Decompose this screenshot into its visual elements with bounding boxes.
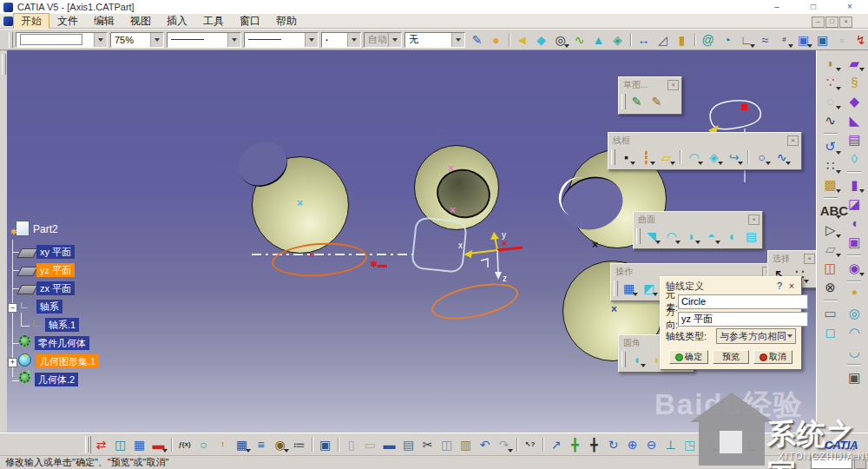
menu-view[interactable]: 视图 — [122, 13, 159, 30]
fit-all-in-icon[interactable]: ╋ — [566, 436, 584, 453]
part-body-icon[interactable] — [19, 335, 30, 347]
toolbar-grip[interactable] — [621, 352, 626, 367]
insert-object-icon[interactable]: ◄ — [513, 31, 531, 49]
fill-surface-icon[interactable]: ▤ — [742, 228, 760, 245]
close-icon[interactable]: ◡ — [844, 342, 865, 360]
axis-type-select[interactable]: 与参考方向相同 — [716, 328, 796, 344]
dialog-title-bar[interactable]: 轴线定义 ? × — [661, 277, 801, 293]
revolve-surface-icon[interactable]: ◠ — [662, 228, 681, 245]
rib-icon[interactable]: ▣ — [844, 233, 865, 251]
exchange-cube-icon[interactable]: ▣ — [794, 31, 812, 49]
grid-icon[interactable]: # — [775, 31, 793, 49]
lock-icon[interactable]: ◉ — [271, 436, 289, 453]
hide-show-icon[interactable]: ◔ — [718, 31, 736, 49]
manipulate-icon[interactable]: ◗ — [820, 54, 841, 72]
measure-item-icon[interactable]: ◿ — [654, 31, 672, 49]
line-type-combo[interactable] — [167, 32, 241, 48]
center-point-marker[interactable]: × — [297, 198, 303, 208]
line-weight-combo[interactable] — [244, 32, 319, 48]
equivalent-dimensions-icon[interactable]: ≔ — [290, 436, 308, 453]
close-icon[interactable]: × — [748, 215, 760, 225]
close-button[interactable]: × — [838, 1, 861, 12]
quick-view-icon[interactable]: ▭ — [820, 304, 841, 322]
point-icon[interactable]: ▪ — [617, 149, 635, 166]
menu-file[interactable]: 文件 — [49, 13, 86, 30]
section-view-icon[interactable]: ◫ — [820, 259, 841, 277]
plane-icon[interactable]: ▱ — [657, 149, 675, 166]
toolbar-grip[interactable] — [9, 32, 13, 48]
dialog-help-button[interactable]: ? — [773, 281, 786, 291]
select-frame-icon[interactable]: ▫ — [832, 31, 851, 49]
plane-icon[interactable] — [16, 248, 38, 258]
direction-field[interactable] — [678, 312, 808, 327]
split-icon[interactable]: ◩ — [640, 280, 658, 297]
toolbar-grip[interactable] — [636, 228, 641, 244]
sweep-volume-icon[interactable]: ▰ — [844, 54, 865, 72]
copy-graphic-properties-icon[interactable]: ✎ — [468, 31, 486, 49]
iso-box-icon[interactable]: ◻ — [820, 323, 841, 341]
offset-surface-icon[interactable]: ◓ — [702, 228, 720, 245]
opacity-combo[interactable]: 75% — [110, 32, 164, 48]
toolbar-grip[interactable] — [611, 149, 615, 165]
join-surfaces-icon[interactable]: ◎ — [844, 304, 865, 322]
join-icon[interactable]: ▦ — [620, 280, 638, 297]
scan-browse-icon[interactable]: ◫ — [111, 436, 129, 453]
status-power-input[interactable] — [811, 457, 852, 469]
sew-surface-icon[interactable]: ▤ — [844, 130, 865, 149]
new-file-icon[interactable]: ▯ — [342, 436, 360, 453]
frame-circle-icon[interactable]: ◎ — [551, 31, 569, 49]
pink-point-marker[interactable]: × — [450, 205, 456, 215]
ok-button[interactable]: 确定 — [669, 350, 708, 364]
shading-icon[interactable]: ◧ — [719, 436, 737, 453]
axis-system-icon[interactable]: ∟ — [31, 317, 42, 329]
menu-window[interactable]: 窗口 — [232, 13, 268, 30]
text-annotation-icon[interactable]: ABC — [820, 201, 841, 220]
black-point-marker[interactable]: × — [592, 240, 598, 250]
part-icon[interactable] — [16, 221, 30, 236]
restore-button[interactable]: □ — [802, 1, 825, 12]
cube-icon[interactable]: ▣ — [813, 31, 832, 49]
wireframe-view-icon[interactable]: ◨ — [738, 436, 756, 453]
plane-icon[interactable] — [16, 267, 38, 276]
menu-insert[interactable]: 插入 — [159, 13, 195, 30]
plane-icon[interactable] — [16, 285, 38, 294]
zoom-in-icon[interactable]: ⊕ — [623, 436, 641, 453]
shape-fillet-icon[interactable]: ◖ — [628, 351, 646, 368]
historical-graph-icon[interactable]: ≈ — [756, 31, 774, 49]
burst-icon[interactable]: ⊗ — [820, 278, 841, 296]
tree-item-part-body[interactable]: 零件几何体 — [35, 336, 89, 350]
tree-item-body-2[interactable]: 几何体.2 — [35, 373, 78, 386]
comment-icon[interactable]: ○ — [194, 436, 213, 453]
corner-icon[interactable]: ↪ — [725, 149, 743, 166]
unfold-icon[interactable]: ◆ — [532, 31, 550, 49]
powercopy-icon[interactable]: ▩ — [820, 175, 841, 194]
axis-definition-dialog[interactable]: 轴线定义 ? × 元素: 方向: 轴线类型: 与参考方向相同 确定 预览 取消 — [660, 276, 802, 370]
swap-space-icon[interactable]: @ — [699, 31, 717, 49]
close-icon[interactable]: × — [804, 254, 815, 264]
surfaces-toolbar[interactable]: 曲面× ◥◠◗◓◖▤ — [633, 211, 763, 249]
help-icon[interactable]: ? — [700, 436, 718, 453]
mass-properties-icon[interactable]: ▮ — [673, 31, 691, 49]
healing-icon[interactable]: ◠ — [844, 323, 865, 341]
parents-children-icon[interactable]: ▦ — [130, 436, 148, 453]
menu-tools[interactable]: 工具 — [195, 13, 232, 30]
camera-icon[interactable]: ▣ — [844, 368, 865, 386]
flash-update-icon[interactable]: ↯ — [852, 31, 868, 49]
iso-view-icon[interactable]: ◳ — [681, 436, 699, 453]
menu-edit[interactable]: 编辑 — [86, 13, 122, 30]
intersection-icon[interactable]: ◈ — [705, 149, 723, 166]
print-icon[interactable]: ▤ — [399, 436, 418, 453]
axis-system-icon[interactable]: ∟ — [19, 299, 30, 311]
axis-triad[interactable]: × x y z — [457, 231, 528, 287]
dress-up-icon[interactable]: ◉ — [844, 259, 865, 277]
normal-view-icon[interactable]: ⊥ — [661, 436, 680, 453]
pad-icon[interactable]: ▮ — [844, 175, 865, 194]
mdi-close-button[interactable]: × — [839, 17, 852, 28]
pocket-icon[interactable]: ◪ — [844, 195, 865, 213]
cancel-button[interactable]: 取消 — [753, 350, 792, 364]
fill-color-combo[interactable] — [16, 32, 108, 48]
helix-icon[interactable]: § — [844, 73, 865, 91]
undo-icon[interactable]: ↶ — [476, 436, 494, 453]
smooth-icon[interactable]: ◊ — [844, 149, 865, 168]
dialog-close-button[interactable]: × — [786, 281, 798, 291]
